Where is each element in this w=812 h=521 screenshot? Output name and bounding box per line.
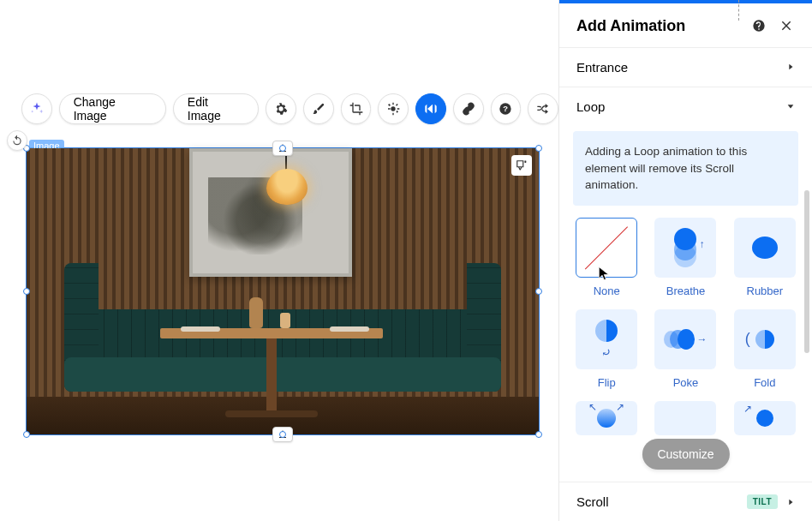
chevron-right-icon <box>786 63 795 71</box>
scrollbar-thumb[interactable] <box>804 190 809 353</box>
ai-button[interactable] <box>21 93 52 124</box>
alignment-guide <box>738 0 739 21</box>
section-scroll[interactable]: Scroll TILT <box>559 482 812 521</box>
image-toolbar: Change Image Edit Image ? <box>21 93 558 124</box>
loop-warning-notice: Adding a Loop animation to this element … <box>573 131 798 206</box>
link-button[interactable] <box>453 93 484 124</box>
image-content <box>27 148 539 434</box>
link-icon <box>462 102 475 116</box>
anim-label: Flip <box>598 376 616 389</box>
resize-handle[interactable] <box>535 288 542 295</box>
settings-button[interactable] <box>266 93 296 124</box>
wand-icon <box>386 102 400 116</box>
lock-button[interactable] <box>511 155 532 176</box>
section-label: Entrance <box>576 60 786 75</box>
poke-icon: → <box>664 322 707 356</box>
flip-icon: ⤾ <box>589 318 624 361</box>
section-label: Scroll <box>576 494 609 509</box>
panel-header: Add Animation <box>559 3 812 47</box>
anim-option-fold[interactable]: ( Fold <box>731 309 798 389</box>
crop-button[interactable] <box>341 93 372 124</box>
resize-handle[interactable] <box>279 145 286 152</box>
section-entrance[interactable]: Entrance <box>559 47 812 87</box>
anim-option-poke[interactable]: → Poke <box>652 309 719 389</box>
anim-option-flip[interactable]: ⤾ Flip <box>573 309 640 389</box>
close-icon <box>780 20 792 32</box>
anim-option-partial[interactable]: ↖↗ <box>573 401 640 435</box>
anim-option-none[interactable]: None <box>573 218 640 297</box>
section-label: Loop <box>576 99 786 114</box>
anim-label: Fold <box>754 376 775 389</box>
magic-button[interactable] <box>378 93 409 124</box>
resize-handle[interactable] <box>23 288 30 295</box>
loop-animation-grid: None ↑ Breathe Rubber ⤾ Flip → Poke ( Fo… <box>573 218 798 435</box>
chevron-right-icon <box>786 498 795 506</box>
resize-handle[interactable] <box>279 431 286 438</box>
anim-option-partial[interactable]: ↗ <box>731 401 798 435</box>
shuffle-icon <box>536 102 550 116</box>
shuffle-button[interactable] <box>528 93 558 124</box>
sparkle-icon <box>29 101 45 117</box>
fold-icon: ( <box>747 322 783 356</box>
section-loop[interactable]: Loop <box>559 87 812 126</box>
svg-text:?: ? <box>504 105 509 113</box>
anim-option-rubber[interactable]: Rubber <box>731 218 798 297</box>
crop-icon <box>349 102 363 116</box>
anim-label: Breathe <box>666 284 706 297</box>
breathe-icon: ↑ <box>668 226 702 269</box>
chevron-down-icon <box>786 102 795 111</box>
tilt-badge: TILT <box>747 494 778 509</box>
editor-canvas[interactable]: Change Image Edit Image ? Image <box>0 0 558 521</box>
change-image-button[interactable]: Change Image <box>59 93 166 124</box>
rubber-icon <box>752 237 778 259</box>
help-icon: ? <box>499 102 512 116</box>
anim-label: Poke <box>673 376 699 389</box>
brush-button[interactable] <box>303 93 334 124</box>
anim-option-partial[interactable] <box>652 401 719 435</box>
panel-close-button[interactable] <box>778 20 795 32</box>
help-icon <box>752 19 766 33</box>
animation-button[interactable] <box>415 93 446 124</box>
edit-image-button[interactable]: Edit Image <box>173 93 259 124</box>
loop-section-body: Adding a Loop animation to this element … <box>559 126 812 482</box>
unfold-icon: ↖↗ <box>588 403 624 434</box>
stretch-icon: ↗ <box>747 403 783 434</box>
scrollbar[interactable] <box>804 190 809 482</box>
anim-option-breathe[interactable]: ↑ Breathe <box>652 218 719 297</box>
help-button[interactable]: ? <box>491 93 522 124</box>
undo-button[interactable] <box>7 130 27 151</box>
anim-label: Rubber <box>747 284 784 297</box>
lock-open-icon <box>516 159 528 171</box>
resize-handle[interactable] <box>535 145 542 152</box>
resize-handle[interactable] <box>23 431 30 438</box>
anim-label: None <box>594 284 620 297</box>
panel-title: Add Animation <box>576 17 740 35</box>
none-icon <box>582 224 631 272</box>
animation-panel: Add Animation Entrance Loop Adding a Loo… <box>558 0 812 521</box>
selected-image-frame[interactable]: Image <box>26 147 540 435</box>
brush-icon <box>312 102 325 116</box>
animation-icon <box>424 102 438 116</box>
undo-icon <box>11 135 23 147</box>
panel-help-button[interactable] <box>750 19 767 33</box>
mouse-cursor-icon <box>597 266 612 281</box>
gear-icon <box>274 102 288 116</box>
customize-tooltip: Customize <box>642 439 729 470</box>
resize-handle[interactable] <box>535 431 542 438</box>
